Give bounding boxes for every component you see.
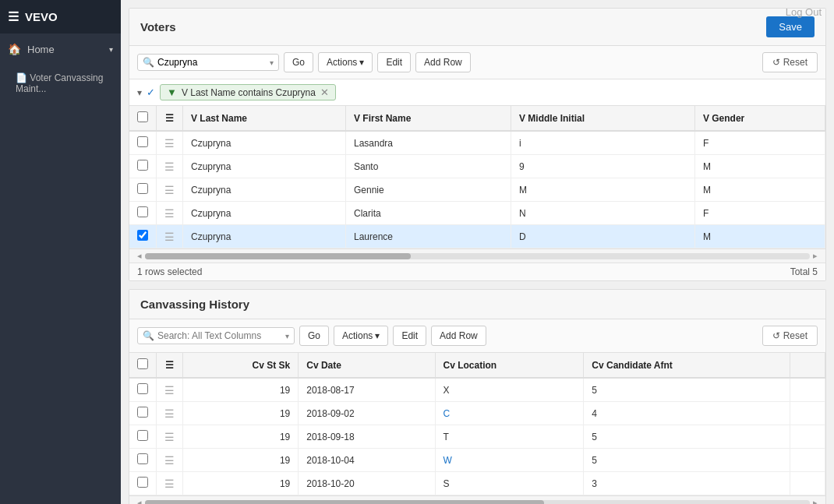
voters-row-checkbox[interactable]: [129, 202, 157, 225]
voters-add-row-button[interactable]: Add Row: [415, 52, 471, 72]
canvassing-actions-label: Actions: [342, 330, 373, 341]
logout-link[interactable]: Log Out: [786, 6, 822, 18]
canvassing-scroll-right-icon[interactable]: ▸: [813, 498, 818, 504]
table-row[interactable]: ☰ 19 2018-08-17 X 5: [129, 378, 825, 402]
canvassing-go-button[interactable]: Go: [299, 326, 329, 346]
voters-edit-button[interactable]: Edit: [377, 52, 411, 72]
voters-row-first: Lasandra: [346, 131, 511, 155]
canvassing-row-checkbox[interactable]: [129, 402, 157, 425]
search-dropdown-icon[interactable]: ▾: [270, 58, 274, 67]
voters-filter-close[interactable]: ✕: [320, 86, 329, 98]
sidebar: ☰ VEVO 🏠 Home ▾ 📄 Voter Canvassing Maint…: [0, 0, 121, 504]
voters-row-handle: ☰: [157, 225, 183, 248]
voters-row-first: Laurence: [346, 225, 511, 248]
voters-select-all-checkbox[interactable]: [137, 111, 148, 122]
voters-scroll-left-icon[interactable]: ◂: [137, 251, 142, 261]
voters-go-button[interactable]: Go: [284, 52, 313, 72]
voters-col-handle: ☰: [157, 106, 183, 131]
voters-title: Voters: [140, 20, 176, 33]
voters-table-container: ☰ V Last Name V First Name V Middle Init…: [129, 106, 825, 248]
canvassing-hscroll-row: ◂ ▸: [129, 495, 825, 504]
voters-col-first-name[interactable]: V First Name: [346, 106, 511, 131]
home-icon: 🏠: [8, 43, 21, 55]
canvassing-scroll-left-icon[interactable]: ◂: [137, 498, 142, 504]
voters-reset-button[interactable]: ↺ Reset: [762, 52, 818, 72]
filter-check-icon[interactable]: ✓: [147, 86, 155, 98]
canvassing-row-location: S: [435, 472, 584, 495]
voters-filter-row: ▾ ✓ ▼ V Last Name contains Czupryna ✕: [129, 79, 825, 106]
canvassing-toolbar: 🔍 ▾ Go Actions ▾ Edit Add Row ↺ Reset: [129, 319, 825, 353]
sidebar-item-home-label: Home: [27, 44, 55, 55]
canvassing-search-wrapper: 🔍 ▾: [137, 327, 295, 344]
canvassing-row-st-sk: 19: [183, 449, 299, 472]
voters-section-header: Voters Save: [129, 9, 825, 46]
voters-row-handle: ☰: [157, 202, 183, 225]
canvassing-col-checkbox[interactable]: [129, 353, 157, 378]
canvassing-reset-button[interactable]: ↺ Reset: [762, 326, 818, 346]
voters-scroll-thumb: [145, 253, 411, 259]
voters-row-handle: ☰: [157, 131, 183, 155]
voters-row-middle: i: [511, 131, 694, 155]
filter-collapse-icon[interactable]: ▾: [137, 87, 142, 98]
canvassing-row-date: 2018-09-02: [299, 402, 435, 425]
canvassing-col-candidate[interactable]: Cv Candidate Afnt: [584, 353, 790, 378]
canvassing-row-extra: [790, 378, 825, 402]
canvassing-actions-button[interactable]: Actions ▾: [334, 326, 388, 346]
table-row[interactable]: ☰ Czupryna Laurence D M: [129, 225, 825, 248]
canvassing-row-checkbox[interactable]: [129, 472, 157, 495]
voters-row-checkbox[interactable]: [129, 131, 157, 155]
sidebar-item-voter-label: Voter Canvassing Maint...: [16, 72, 103, 94]
voters-search-input[interactable]: [157, 57, 267, 68]
voters-row-checkbox[interactable]: [129, 178, 157, 202]
table-row[interactable]: ☰ 19 2018-10-20 S 3: [129, 472, 825, 495]
voters-col-middle[interactable]: V Middle Initial: [511, 106, 694, 131]
canvassing-scroll-track[interactable]: [145, 500, 810, 505]
voters-row-gender: F: [694, 131, 825, 155]
canvassing-row-location: C: [435, 402, 584, 425]
table-row[interactable]: ☰ 19 2018-09-02 C 4: [129, 402, 825, 425]
canvassing-row-date: 2018-10-04: [299, 449, 435, 472]
canvassing-search-input[interactable]: [157, 330, 282, 341]
voters-row-gender: M: [694, 178, 825, 202]
canvassing-edit-button[interactable]: Edit: [393, 326, 426, 346]
table-row[interactable]: ☰ 19 2018-09-18 T 5: [129, 425, 825, 449]
voters-row-gender: M: [694, 225, 825, 248]
canvassing-row-checkbox[interactable]: [129, 425, 157, 449]
voters-row-middle: N: [511, 202, 694, 225]
voters-col-last-name[interactable]: V Last Name: [183, 106, 346, 131]
sidebar-item-voter-canvassing[interactable]: 📄 Voter Canvassing Maint...: [0, 65, 121, 102]
voters-row-handle: ☰: [157, 155, 183, 178]
canvassing-row-checkbox[interactable]: [129, 449, 157, 472]
voters-row-checkbox[interactable]: [129, 155, 157, 178]
table-row[interactable]: ☰ Czupryna Clarita N F: [129, 202, 825, 225]
table-row[interactable]: ☰ 19 2018-10-04 W 5: [129, 449, 825, 472]
voters-toolbar: 🔍 ▾ Go Actions ▾ Edit Add Row ↺ Reset: [129, 46, 825, 79]
canvassing-select-all-checkbox[interactable]: [137, 358, 148, 369]
canvassing-search-dropdown-icon[interactable]: ▾: [285, 332, 289, 340]
voters-section: Voters Save 🔍 ▾ Go Actions ▾ Edit Add Ro…: [129, 8, 826, 281]
canvassing-table: ☰ Cv St Sk Cv Date Cv Location Cv Candid…: [129, 353, 825, 495]
canvassing-row-handle: ☰: [157, 425, 183, 449]
voters-scroll-right-icon[interactable]: ▸: [813, 251, 818, 261]
voters-scroll-track[interactable]: [145, 253, 810, 259]
voters-search-wrapper: 🔍 ▾: [137, 54, 279, 71]
voters-actions-label: Actions: [327, 57, 357, 68]
voters-col-checkbox[interactable]: [129, 106, 157, 131]
canvassing-col-location[interactable]: Cv Location: [435, 353, 584, 378]
canvassing-col-st-sk[interactable]: Cv St Sk: [183, 353, 299, 378]
voters-actions-button[interactable]: Actions ▾: [318, 52, 373, 72]
table-row[interactable]: ☰ Czupryna Santo 9 M: [129, 155, 825, 178]
reset-icon: ↺: [772, 57, 780, 68]
canvassing-col-date[interactable]: Cv Date: [299, 353, 435, 378]
table-row[interactable]: ☰ Czupryna Lasandra i F: [129, 131, 825, 155]
canvassing-add-row-button[interactable]: Add Row: [431, 326, 486, 346]
voters-row-checkbox[interactable]: [129, 225, 157, 248]
voters-col-gender[interactable]: V Gender: [694, 106, 825, 131]
voters-row-last: Czupryna: [183, 131, 346, 155]
canvassing-row-checkbox[interactable]: [129, 378, 157, 402]
voters-total: Total 5: [790, 266, 818, 277]
canvassing-row-handle: ☰: [157, 472, 183, 495]
hamburger-icon[interactable]: ☰: [8, 9, 19, 24]
sidebar-item-home[interactable]: 🏠 Home ▾: [0, 33, 121, 65]
table-row[interactable]: ☰ Czupryna Gennie M M: [129, 178, 825, 202]
